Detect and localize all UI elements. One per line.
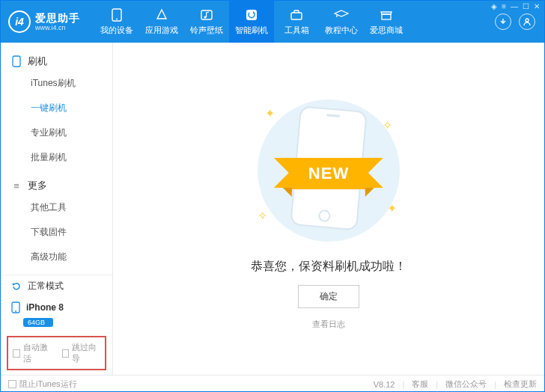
skin-icon[interactable]: ◈ <box>491 2 497 10</box>
svg-rect-10 <box>13 56 20 67</box>
user-button[interactable] <box>519 13 535 30</box>
device-mode-label: 正常模式 <box>28 280 64 293</box>
tab-label: 教程中心 <box>325 25 358 36</box>
flash-icon <box>245 8 258 22</box>
post-flash-options: 自动激活 跳过向导 <box>7 336 106 370</box>
tab-smart-flash[interactable]: 智能刷机 <box>229 1 274 43</box>
checkbox-icon <box>62 349 70 358</box>
window-controls: ◈ ≡ — ☐ ✕ <box>491 2 540 10</box>
svg-rect-8 <box>382 14 391 19</box>
tab-label: 工具箱 <box>284 25 309 36</box>
sidebar-item-download-firmware[interactable]: 下载固件 <box>1 220 112 245</box>
checkbox-icon <box>13 349 20 358</box>
app-logo: i4 爱思助手 www.i4.cn <box>1 1 94 43</box>
footer-link-wechat[interactable]: 微信公众号 <box>445 379 487 390</box>
minimize-icon[interactable]: — <box>511 2 518 10</box>
iphone-icon <box>11 301 20 313</box>
checkbox-label: 跳过向导 <box>72 342 100 364</box>
close-icon[interactable]: ✕ <box>534 2 540 10</box>
checkbox-label: 阻止iTunes运行 <box>19 379 77 390</box>
status-bar: 阻止iTunes运行 V8.12 | 客服 | 微信公众号 | 检查更新 <box>1 375 544 392</box>
music-icon <box>200 8 213 22</box>
device-mode-row[interactable]: 正常模式 <box>1 275 112 297</box>
app-body: 刷机 iTunes刷机 一键刷机 专业刷机 批量刷机 ≡ 更多 其他工具 下载固… <box>1 43 544 375</box>
view-log-link[interactable]: 查看日志 <box>312 319 345 330</box>
tab-label: 爱思商城 <box>370 25 403 36</box>
checkbox-auto-activate[interactable]: 自动激活 <box>13 342 52 364</box>
sparkle-icon: ✦ <box>387 201 397 215</box>
success-message: 恭喜您，保资料刷机成功啦！ <box>251 259 407 275</box>
svg-rect-6 <box>291 13 302 19</box>
phone-icon <box>11 55 22 67</box>
apps-icon <box>155 8 168 22</box>
sidebar-item-other-tools[interactable]: 其他工具 <box>1 195 112 220</box>
tab-label: 铃声壁纸 <box>190 25 223 36</box>
tutorial-icon <box>334 8 349 22</box>
device-icon <box>112 8 122 22</box>
more-icon: ≡ <box>11 180 22 192</box>
tab-label: 应用游戏 <box>145 25 178 36</box>
sidebar-group-title: 刷机 <box>28 55 47 68</box>
new-ribbon: NEW <box>292 158 365 189</box>
tab-tutorials[interactable]: 教程中心 <box>319 1 364 43</box>
sidebar-item-advanced[interactable]: 高级功能 <box>1 245 112 269</box>
sidebar-item-pro-flash[interactable]: 专业刷机 <box>1 120 112 145</box>
svg-point-9 <box>526 19 529 22</box>
device-row[interactable]: iPhone 8 <box>1 297 112 318</box>
checkbox-icon <box>8 380 16 388</box>
success-illustration: ✦ ✧ ✧ ✦ NEW <box>243 96 415 245</box>
sparkle-icon: ✦ <box>265 106 275 120</box>
tab-label: 智能刷机 <box>235 25 268 36</box>
sparkle-icon: ✧ <box>258 209 267 223</box>
sidebar-item-batch-flash[interactable]: 批量刷机 <box>1 145 112 170</box>
svg-point-1 <box>116 18 118 19</box>
version-label: V8.12 <box>374 380 395 389</box>
menu-icon[interactable]: ≡ <box>502 2 506 10</box>
checkbox-block-itunes[interactable]: 阻止iTunes运行 <box>8 379 77 390</box>
ok-button[interactable]: 确定 <box>298 285 359 308</box>
store-icon <box>380 8 393 22</box>
sidebar: 刷机 iTunes刷机 一键刷机 专业刷机 批量刷机 ≡ 更多 其他工具 下载固… <box>1 43 113 375</box>
sidebar-item-oneclick-flash[interactable]: 一键刷机 <box>1 96 112 120</box>
sidebar-group-title: 更多 <box>28 179 47 192</box>
tab-ringtones[interactable]: 铃声壁纸 <box>184 1 229 43</box>
toolbox-icon <box>290 8 303 22</box>
sidebar-group-more: ≡ 更多 <box>1 176 112 195</box>
sidebar-group-flash: 刷机 <box>1 52 112 71</box>
checkbox-label: 自动激活 <box>23 342 52 364</box>
footer-link-support[interactable]: 客服 <box>412 379 428 390</box>
app-url: www.i4.cn <box>35 25 80 31</box>
sparkle-icon: ✧ <box>383 118 392 132</box>
tab-store[interactable]: 爱思商城 <box>364 1 409 43</box>
footer-link-update[interactable]: 检查更新 <box>504 379 537 390</box>
checkbox-skip-setup[interactable]: 跳过向导 <box>62 342 101 364</box>
ribbon-text: NEW <box>308 164 349 183</box>
device-name: iPhone 8 <box>26 302 64 313</box>
device-storage-badge: 64GB <box>23 318 53 327</box>
tab-toolbox[interactable]: 工具箱 <box>274 1 319 43</box>
sidebar-item-itunes-flash[interactable]: iTunes刷机 <box>1 71 112 96</box>
svg-rect-4 <box>246 10 257 20</box>
app-name: 爱思助手 <box>35 13 80 23</box>
main-content: ✦ ✧ ✧ ✦ NEW 恭喜您，保资料刷机成功啦！ 确定 查看日志 <box>113 43 544 375</box>
tab-label: 我的设备 <box>100 25 133 36</box>
app-header: i4 爱思助手 www.i4.cn 我的设备 应用游戏 铃声壁纸 智能刷机 工具… <box>1 1 544 43</box>
tab-my-device[interactable]: 我的设备 <box>94 1 139 43</box>
refresh-icon <box>11 281 22 292</box>
svg-point-13 <box>15 310 16 312</box>
maximize-icon[interactable]: ☐ <box>523 2 529 10</box>
logo-badge: i4 <box>8 10 31 33</box>
top-tabs: 我的设备 应用游戏 铃声壁纸 智能刷机 工具箱 教程中心 爱思商城 <box>94 1 495 43</box>
tab-apps[interactable]: 应用游戏 <box>139 1 184 43</box>
download-button[interactable] <box>495 13 511 30</box>
